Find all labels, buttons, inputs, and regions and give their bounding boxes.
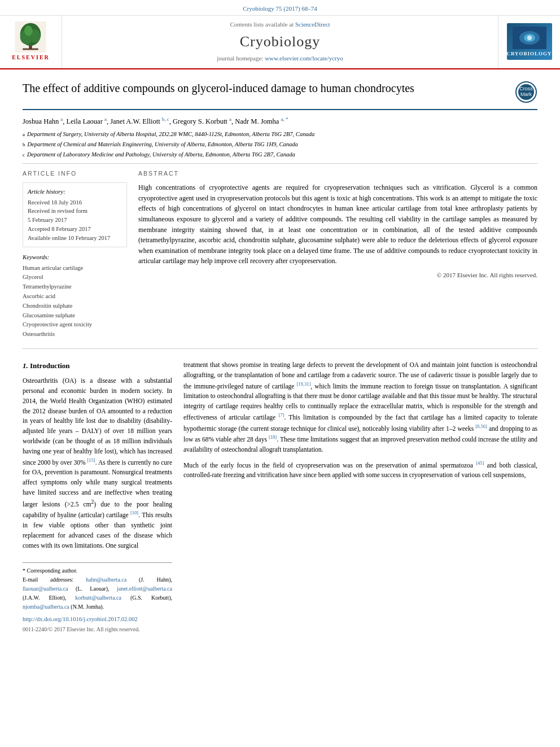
intro-right-col: treatment that shows promise in treating… — [183, 360, 537, 634]
affil-a-text: Department of Surgery, University of Alb… — [27, 130, 314, 139]
svg-text:Mark: Mark — [520, 91, 532, 97]
email-korbutt[interactable]: korbutt@ualberta.ca — [75, 595, 121, 601]
footnotes: * Corresponding author. E-mail addresses… — [23, 562, 172, 635]
main-content: 1. Introduction Osteoarthritis (OA) is a… — [23, 360, 537, 634]
issn-line: 0011-2240/© 2017 Elsevier Inc. All right… — [23, 625, 172, 634]
journal-center-info: Contents lists available at ScienceDirec… — [62, 16, 498, 67]
keyword-item: Glucosamine sulphate — [23, 311, 127, 321]
email-hahn[interactable]: hahn@ualberta.ca — [86, 576, 126, 583]
cryo-badge-image — [513, 27, 546, 49]
email-section: E-mail addresses: hahn@ualberta.ca (J. H… — [23, 575, 172, 611]
elsevier-text: ELSEVIER — [12, 54, 50, 62]
email-elliott[interactable]: janet.elliott@ualberta.ca — [117, 586, 172, 592]
journal-ref-bar: Cryobiology 75 (2017) 68–74 — [0, 3, 560, 15]
elsevier-logo-section: ELSEVIER — [0, 16, 62, 67]
svg-point-6 — [24, 26, 33, 36]
affiliations: a Department of Surgery, University of A… — [23, 130, 537, 159]
intro-right-para-2: Much of the early focus in the field of … — [183, 460, 537, 480]
homepage-url[interactable]: www.elsevier.com/locate/ycryo — [265, 55, 343, 62]
journal-ref: Cryobiology 75 (2017) 68–74 — [243, 5, 317, 12]
svg-point-10 — [527, 36, 532, 40]
intro-right-para-1: treatment that shows promise in treating… — [183, 360, 537, 455]
received-revised-label: Received in revised form — [28, 207, 122, 216]
divider — [23, 163, 537, 164]
elsevier-tree-icon — [14, 21, 47, 53]
affil-b-text: Department of Chemical and Materials Eng… — [28, 140, 298, 149]
contents-text: Contents lists available at — [230, 21, 294, 28]
affiliation-c: c Department of Laboratory Medicine and … — [23, 150, 537, 159]
email-laouar[interactable]: llaouar@ualberta.ca — [23, 586, 68, 592]
available-online: Available online 10 February 2017 — [28, 234, 122, 243]
article-info-column: ARTICLE INFO Article history: Received 1… — [23, 169, 127, 339]
svg-text:Cross: Cross — [519, 86, 533, 91]
cryobiology-logo-section: CRYOBIOLOGY — [498, 16, 560, 67]
affil-c-text: Department of Laboratory Medicine and Pa… — [27, 150, 295, 159]
keywords-section: Keywords: Human articular cartilageGlyce… — [23, 253, 127, 339]
intro-left-para: Osteoarthritis (OA) is a disease with a … — [23, 376, 172, 551]
homepage-label: journal homepage: — [217, 55, 263, 62]
journal-banner: ELSEVIER Contents lists available at Sci… — [0, 15, 560, 68]
cryobiology-badge: CRYOBIOLOGY — [507, 23, 552, 60]
accepted-date: Accepted 8 February 2017 — [28, 225, 122, 234]
intro-left-col: 1. Introduction Osteoarthritis (OA) is a… — [23, 360, 172, 634]
keywords-list: Human articular cartilageGlycerolTetrame… — [23, 264, 127, 339]
keyword-item: Chondroitin sulphate — [23, 302, 127, 311]
cryo-badge-label: CRYOBIOLOGY — [506, 50, 552, 58]
keyword-item: Glycerol — [23, 273, 127, 282]
email-label: E-mail addresses: — [23, 576, 73, 583]
article-info-abstract-section: ARTICLE INFO Article history: Received 1… — [23, 169, 537, 339]
sciencedirect-link[interactable]: ScienceDirect — [295, 21, 330, 28]
abstract-header: ABSTRACT — [138, 169, 537, 178]
affiliation-a: a Department of Surgery, University of A… — [23, 130, 537, 139]
corresponding-label: * Corresponding author. — [23, 566, 172, 575]
keyword-item: Human articular cartilage — [23, 264, 127, 273]
paper-title: The effect of additive compounds on glyc… — [23, 81, 515, 95]
keywords-label: Keywords: — [23, 253, 127, 261]
copyright-line: © 2017 Elsevier Inc. All rights reserved… — [138, 271, 537, 279]
journal-header: Cryobiology 75 (2017) 68–74 EL — [0, 0, 560, 69]
abstract-text: High concentrations of cryoprotective ag… — [138, 182, 537, 267]
received-revised-date: 5 February 2017 — [28, 216, 122, 225]
keyword-item: Cryoprotective agent toxicity — [23, 320, 127, 330]
crossmark-badge: Cross Mark — [515, 81, 537, 103]
contents-line: Contents lists available at ScienceDirec… — [230, 20, 330, 29]
section-title-text: Introduction — [30, 361, 70, 370]
paper-body: The effect of additive compounds on glyc… — [0, 69, 560, 646]
divider-2 — [23, 348, 537, 349]
authors-line: Joshua Hahn a, Leila Laouar a, Janet A.W… — [23, 116, 537, 127]
received-date: Received 18 July 2016 — [28, 198, 122, 207]
article-info-header: ARTICLE INFO — [23, 169, 127, 178]
section-number: 1. — [23, 361, 28, 370]
abstract-column: ABSTRACT High concentrations of cryoprot… — [138, 169, 537, 339]
homepage-line: journal homepage: www.elsevier.com/locat… — [217, 54, 343, 63]
svg-rect-2 — [23, 49, 39, 50]
keyword-item: Ascorbic acid — [23, 292, 127, 302]
doi-link[interactable]: http://dx.doi.org/10.1016/j.cryobiol.201… — [23, 616, 138, 622]
history-label: Article history: — [28, 187, 122, 196]
doi-line: http://dx.doi.org/10.1016/j.cryobiol.201… — [23, 615, 172, 624]
affiliation-b: b Department of Chemical and Materials E… — [23, 140, 537, 149]
keyword-item: Tetramethylpyrazine — [23, 282, 127, 292]
journal-title-banner: Cryobiology — [240, 32, 320, 52]
elsevier-logo: ELSEVIER — [12, 21, 50, 62]
email-jomha[interactable]: njomha@ualberta.ca — [23, 604, 69, 610]
article-history-box: Article history: Received 18 July 2016 R… — [23, 182, 127, 247]
keyword-item: Osteoarthritis — [23, 330, 127, 339]
intro-section-title: 1. Introduction — [23, 360, 172, 372]
paper-title-section: The effect of additive compounds on glyc… — [23, 81, 537, 110]
